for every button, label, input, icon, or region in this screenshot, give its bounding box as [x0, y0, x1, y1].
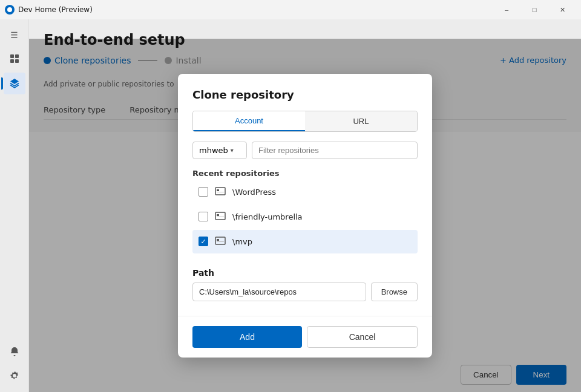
clone-repository-dialog: Clone repository Account URL mhweb ▾: [178, 74, 432, 358]
svg-rect-2: [15, 54, 19, 58]
svg-rect-12: [217, 239, 219, 241]
dialog-body: Clone repository Account URL mhweb ▾: [178, 74, 432, 316]
repo-name-friendly: \friendly-umbrella: [232, 212, 303, 221]
titlebar: Dev Home (Preview) – □ ✕: [0, 0, 581, 19]
sidebar-item-menu[interactable]: ☰: [4, 24, 25, 46]
svg-rect-11: [215, 237, 225, 244]
browse-button[interactable]: Browse: [371, 283, 418, 301]
path-label: Path: [192, 268, 418, 278]
path-section: Path Browse: [192, 268, 418, 301]
sidebar-item-dashboard[interactable]: [4, 48, 25, 70]
filter-input[interactable]: [252, 142, 418, 159]
repo-list: \WordPress: [192, 180, 418, 253]
svg-rect-3: [10, 59, 14, 63]
close-button[interactable]: ✕: [548, 0, 576, 19]
svg-rect-5: [215, 188, 225, 195]
repo-icon-wordpress: [214, 185, 226, 199]
app-title: Dev Home (Preview): [18, 5, 493, 14]
list-item[interactable]: \friendly-umbrella: [192, 205, 418, 229]
tab-account[interactable]: Account: [193, 111, 305, 131]
sidebar: ☰: [0, 19, 29, 392]
repo-icon-friendly: [214, 210, 226, 224]
svg-rect-9: [217, 214, 219, 216]
recent-repos-label: Recent repositories: [192, 169, 418, 178]
repo-name-mvp: \mvp: [232, 237, 252, 246]
maximize-button[interactable]: □: [520, 0, 548, 19]
sidebar-item-settings[interactable]: [4, 365, 25, 387]
tab-url[interactable]: URL: [305, 111, 417, 131]
chevron-down-icon: ▾: [231, 147, 234, 154]
svg-rect-8: [215, 212, 225, 220]
dialog-footer: Add Cancel: [178, 316, 432, 358]
repo-name-wordpress: \WordPress: [232, 188, 276, 197]
hamburger-icon: ☰: [10, 30, 18, 40]
minimize-button[interactable]: –: [493, 0, 520, 19]
bell-icon: [10, 347, 19, 358]
path-row: Browse: [192, 283, 418, 301]
svg-rect-4: [15, 59, 19, 63]
add-button[interactable]: Add: [192, 326, 302, 348]
path-input[interactable]: [192, 283, 366, 301]
account-selector[interactable]: mhweb ▾: [192, 142, 247, 159]
list-item[interactable]: \WordPress: [192, 180, 418, 204]
sidebar-bottom: [4, 341, 25, 392]
svg-rect-1: [10, 54, 14, 58]
list-item[interactable]: \mvp: [192, 230, 418, 253]
sidebar-item-notifications[interactable]: [4, 341, 25, 363]
repo-checkbox-friendly[interactable]: [199, 212, 208, 221]
layers-icon: [9, 77, 20, 90]
cancel-button[interactable]: Cancel: [307, 326, 418, 348]
svg-rect-7: [217, 192, 224, 192]
sidebar-item-layers[interactable]: [4, 73, 25, 94]
dialog-title: Clone repository: [192, 88, 418, 101]
dashboard-icon: [9, 53, 20, 66]
settings-icon: [10, 371, 19, 382]
repo-icon-mvp: [214, 235, 226, 249]
repo-checkbox-wordpress[interactable]: [199, 187, 208, 197]
repo-checkbox-mvp[interactable]: [199, 237, 208, 246]
svg-point-0: [7, 7, 12, 12]
svg-rect-6: [217, 189, 219, 191]
svg-rect-13: [217, 241, 224, 242]
recent-repos-section: Recent repositories: [192, 169, 418, 253]
svg-rect-10: [217, 217, 224, 217]
app-icon: [5, 5, 15, 15]
tab-bar: Account URL: [192, 111, 418, 132]
modal-overlay: Clone repository Account URL mhweb ▾: [29, 39, 581, 392]
account-name: mhweb: [199, 146, 228, 155]
filter-row: mhweb ▾: [192, 142, 418, 159]
app-body: ☰: [0, 19, 581, 392]
window-controls: – □ ✕: [493, 0, 576, 19]
